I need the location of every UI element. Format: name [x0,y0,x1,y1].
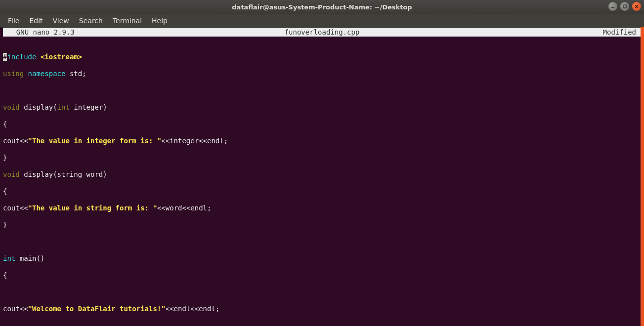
window-title: dataflair@asus-System-Product-Name: ~/De… [232,3,412,11]
menu-help[interactable]: Help [148,16,172,26]
code-line: } [3,221,644,229]
code-line: #include <iostream> [3,53,644,61]
text-cout: cout<< [3,305,28,313]
kw-using: using [3,70,24,78]
code-line: cout<<"The value in integer form is: "<<… [3,137,644,145]
code-line: using namespace std; [3,70,644,78]
nano-status-bar: GNU nano 2.9.3 funoverloading.cpp Modifi… [3,28,641,37]
code-line: cout<<"Welcome to DataFlair tutorials!"<… [3,305,644,313]
kw-void: void [3,170,20,178]
text-cout: cout<< [3,204,28,212]
fn-main: main() [15,254,44,262]
kw-namespace: namespace [24,70,65,78]
blank-line [3,288,644,296]
menu-view[interactable]: View [49,16,73,26]
param-integer: integer) [70,103,107,111]
menu-bar: File Edit View Search Terminal Help [0,14,644,28]
code-line: cout<<"The value in string form is: "<<w… [3,204,644,212]
code-line: void display(string word) [3,170,644,179]
kw-void: void [3,103,20,111]
kw-int: int [3,254,15,262]
minimize-icon [610,4,615,9]
code-line: void display(int integer) [3,103,644,112]
blank-line [3,238,644,246]
kw-int: int [57,103,70,111]
window-controls [608,2,641,11]
nano-filename: funoverloading.cpp [285,28,360,37]
close-icon [634,4,639,9]
menu-terminal[interactable]: Terminal [109,16,146,26]
maximize-icon [622,4,627,9]
code-line: { [3,271,644,280]
code-line: { [3,120,644,128]
nano-modified: Modified [603,28,636,37]
text-endl: <<integer<<endl; [161,137,228,145]
code-line: { [3,187,644,196]
minimize-button[interactable] [608,2,617,11]
text-cout: cout<< [3,137,28,145]
editor-area[interactable]: #include <iostream> using namespace std;… [0,37,644,326]
window-titlebar: dataflair@asus-System-Product-Name: ~/De… [0,0,644,14]
code-line: } [3,154,644,162]
string-literal: "The value in integer form is: " [28,137,162,145]
blank-line [3,86,644,95]
fn-display-string: display(string word) [20,170,107,178]
string-literal: "The value in string form is: " [28,204,157,212]
blank-line [3,322,644,326]
code-line: int main() [3,254,644,263]
text-std: std; [65,70,86,78]
fn-display: display( [20,103,57,111]
kw-include: include [7,53,36,61]
text-endl: <<word<<endl; [157,204,212,212]
string-literal: "Welcome to DataFlair tutorials!" [28,305,166,313]
scrollbar[interactable] [641,27,644,326]
menu-file[interactable]: File [4,16,23,26]
close-button[interactable] [632,2,641,11]
svg-rect-1 [623,5,626,8]
menu-edit[interactable]: Edit [25,16,46,26]
maximize-button[interactable] [620,2,629,11]
nano-version: GNU nano 2.9.3 [8,28,75,37]
header-iostream: <iostream> [36,53,82,61]
menu-search[interactable]: Search [75,16,107,26]
text-endl: <<endl<<endl; [166,305,220,313]
